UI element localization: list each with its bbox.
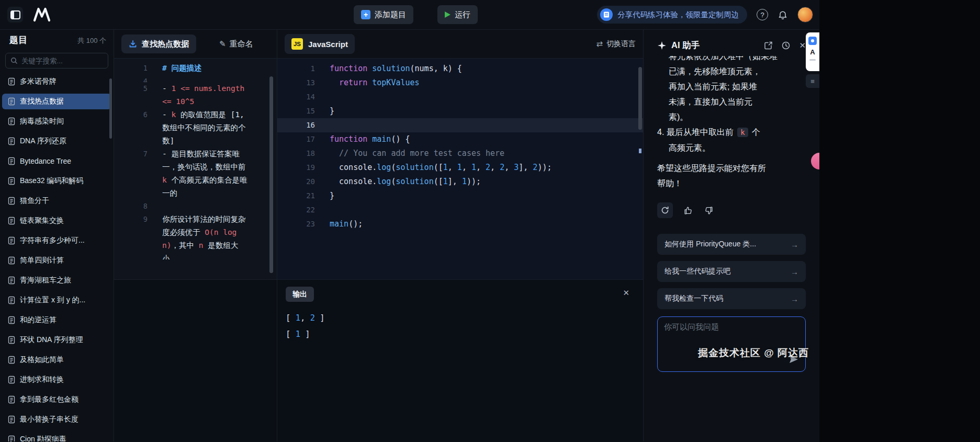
close-ai-icon[interactable]: ✕	[799, 41, 806, 50]
help-glyph: ?	[760, 11, 764, 19]
sidebar-item-problem[interactable]: 和的逆运算	[2, 312, 111, 328]
document-icon	[8, 316, 15, 324]
language-tab[interactable]: JS JavaScript	[285, 34, 355, 54]
line-number: 1	[114, 62, 148, 75]
text-segment: 2	[310, 313, 315, 323]
marscode-logo-icon[interactable]	[32, 7, 51, 22]
description-line: 8	[114, 200, 277, 213]
code-line[interactable]: 21}	[277, 189, 643, 203]
sidebar-item-problem[interactable]: 猫鱼分干	[2, 193, 111, 209]
assistant-float-widget[interactable]: A	[806, 32, 819, 71]
line-number: 14	[277, 90, 315, 104]
regenerate-icon[interactable]	[657, 202, 673, 218]
code-line[interactable]: 14	[277, 90, 643, 104]
output-tab[interactable]: 输出	[286, 287, 314, 302]
add-problem-button[interactable]: + 添加题目	[354, 5, 413, 24]
line-number: 4	[114, 75, 148, 82]
text-segment: 1	[443, 163, 448, 172]
text-segment: main	[372, 134, 391, 144]
sidebar-item-problem[interactable]: 环状 DNA 序列整理	[2, 332, 111, 348]
description-line: 9你所设计算法的时间复杂度必须优于 O(n log n)，其中 n 是数组大	[114, 213, 277, 252]
code-line[interactable]: 22	[277, 203, 643, 217]
share-conversation-icon[interactable]	[763, 41, 773, 50]
document-icon	[8, 77, 15, 86]
ai-header: AI 助手 ✕	[657, 37, 806, 54]
switch-language-label: 切换语言	[606, 39, 636, 49]
ai-suggestion-button[interactable]: 帮我检查一下代码→	[657, 288, 806, 309]
editor-header: JS JavaScript ⇄ 切换语言	[277, 30, 643, 59]
sidebar-item-problem[interactable]: Cion 勘探病毒	[2, 432, 111, 441]
line-text	[162, 75, 252, 82]
sidebar-item-problem[interactable]: 及格如此简单	[2, 352, 111, 368]
problem-title: Bytedance Tree	[20, 157, 71, 165]
ai-input-box[interactable]	[657, 316, 806, 372]
user-avatar[interactable]	[797, 7, 813, 22]
thumbs-down-icon[interactable]	[704, 206, 714, 216]
help-icon[interactable]: ?	[757, 9, 768, 20]
chat-line: 已满，先移除堆顶元素，	[657, 64, 806, 79]
sidebar-item-problem[interactable]: 查找热点数据	[2, 94, 111, 109]
document-icon	[8, 336, 15, 344]
text-segment: 素)。	[669, 112, 688, 121]
history-icon[interactable]	[781, 41, 791, 50]
sidebar-item-problem[interactable]: Base32 编码和解码	[2, 173, 111, 189]
text-segment: solution	[396, 163, 433, 172]
sidebar-item-problem[interactable]: 进制求和转换	[2, 372, 111, 388]
sidebar-item-problem[interactable]: 病毒感染时间	[2, 114, 111, 129]
sidebar-item-problem[interactable]: Bytedance Tree	[2, 153, 111, 169]
sidebar-scrollbar[interactable]	[109, 78, 112, 139]
problem-file-button[interactable]: 查找热点数据	[121, 35, 196, 53]
line-text: 你所设计算法的时间复杂度必须优于 O(n log n)，其中 n 是数组大	[162, 213, 252, 252]
text-segment: 1	[462, 177, 467, 186]
sidebar-item-problem[interactable]: 链表聚集交换	[2, 213, 111, 229]
document-icon	[8, 177, 15, 185]
code-line[interactable]: 1function solution(nums, k) {	[277, 62, 643, 76]
sidebar-item-problem[interactable]: DNA 序列还原	[2, 133, 111, 149]
sidebar-item-problem[interactable]: 简单四则计算	[2, 253, 111, 268]
close-output-icon[interactable]: ✕	[623, 288, 629, 298]
app-logo-icon[interactable]	[7, 7, 23, 22]
sidebar-item-problem[interactable]: 青海湖租车之旅	[2, 273, 111, 288]
sidebar-item-problem[interactable]: 拿到最多红包金额	[2, 392, 111, 407]
search-input[interactable]	[21, 57, 103, 65]
text-segment: 未满，直接加入当前元	[669, 97, 752, 106]
sidebar-item-problem[interactable]: 计算位置 x 到 y 的...	[2, 292, 111, 308]
text-segment: 是数组大	[203, 241, 238, 250]
code-line[interactable]: 23main();	[277, 217, 643, 231]
notifications-bell-icon[interactable]	[778, 9, 788, 20]
code-line[interactable]: 15}	[277, 104, 643, 118]
chat-line: 将元素依次加入堆中（如果堆	[657, 56, 806, 64]
editor-scrollbar[interactable]	[638, 67, 642, 130]
sidebar-item-problem[interactable]: 多米诺骨牌	[2, 74, 111, 89]
rename-button[interactable]: ✎ 重命名	[219, 39, 253, 49]
sidebar-item-problem[interactable]: 最小替换子串长度	[2, 412, 111, 427]
thumbs-up-icon[interactable]	[683, 206, 693, 216]
code-line-current[interactable]: 16	[277, 118, 643, 132]
sidebar-item-problem[interactable]: 字符串有多少种可...	[2, 233, 111, 248]
line-text: }	[330, 189, 334, 203]
sparkle-icon	[657, 41, 667, 50]
code-editor[interactable]: 1function solution(nums, k) {13 return t…	[277, 59, 643, 279]
more-tools-float-icon[interactable]: ≡	[806, 74, 819, 88]
problem-title: 简单四则计算	[20, 256, 64, 265]
code-line[interactable]: 13 return topKValues	[277, 76, 643, 90]
search-box[interactable]	[5, 53, 108, 69]
description-header: 查找热点数据 ✎ 重命名	[114, 30, 277, 59]
document-icon	[8, 236, 15, 245]
code-line[interactable]: 17function main() {	[277, 132, 643, 146]
switch-language-button[interactable]: ⇄ 切换语言	[596, 39, 636, 49]
promo-banner[interactable]: 分享代码练习体验，领限量定制周边	[597, 6, 747, 24]
code-line[interactable]: 20 console.log(solution([1], 1));	[277, 175, 643, 189]
description-scrollbar[interactable]	[269, 76, 273, 273]
ai-assistant-panel: AI 助手 ✕ 将元素依次加入堆中（如果堆已满，先移除堆顶元素，再加入当前元素;…	[644, 30, 819, 441]
code-line[interactable]: 19 console.log(solution([1, 1, 1, 2, 2, …	[277, 161, 643, 175]
output-lines: [ 1, 2 ][ 1 ]	[286, 310, 635, 343]
ai-suggestion-button[interactable]: 给我一些代码提示吧→	[657, 261, 806, 282]
ai-suggestion-button[interactable]: 如何使用 PriorityQueue 类...→	[657, 234, 806, 255]
run-button[interactable]: 运行	[437, 5, 478, 24]
chat-line: 4. 最后从堆中取出前 k 个	[657, 124, 806, 140]
code-line[interactable]: 18 // You can add more test cases here	[277, 146, 643, 161]
line-text: console.log(solution([1], 1));	[330, 175, 481, 189]
problem-title: 查找热点数据	[20, 97, 64, 106]
description-editor[interactable]: 1# 问题描述45- 1 <= nums.length <= 10^56- k …	[114, 59, 277, 279]
